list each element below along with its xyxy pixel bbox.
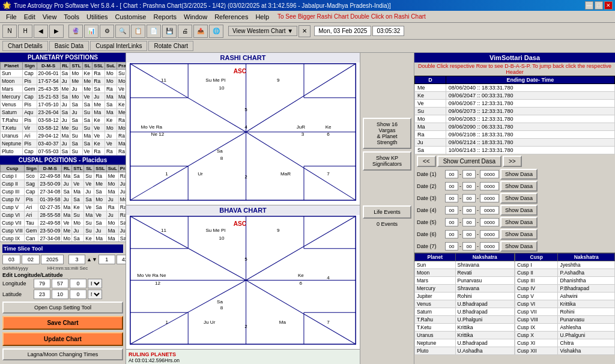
date-row-y[interactable] (480, 194, 499, 202)
show-dasa-button[interactable]: Show Dasa (500, 241, 538, 252)
toolbar-icon2[interactable]: 📊 (84, 25, 98, 38)
toolbar-icon1[interactable]: 🔮 (68, 25, 83, 38)
show-dasa-button[interactable]: Show Dasa (500, 169, 538, 180)
date-row-d[interactable] (445, 218, 458, 226)
latitude-deg[interactable] (34, 290, 50, 299)
date-input-row: Date (7) - - Show Dasa (414, 240, 615, 252)
maximize-button[interactable]: □ (595, 1, 603, 10)
toolbar-icon5[interactable]: 📋 (131, 25, 145, 38)
time-s-input[interactable] (117, 255, 126, 264)
longitude-dir[interactable]: EW (88, 279, 102, 288)
toolbar-icon4[interactable]: 🔍 (115, 25, 130, 38)
latitude-sec[interactable] (70, 290, 86, 299)
window-controls[interactable]: — □ ✕ (585, 1, 613, 10)
tab-cuspal-interlinks[interactable]: Cuspal InterLinks (90, 41, 147, 51)
show-vargas-button[interactable]: Show 16 Vargas& Planet Strength (363, 118, 411, 149)
toolbar-new[interactable]: N (2, 25, 17, 38)
date-row-d[interactable] (445, 194, 458, 202)
close-view-button[interactable]: ✕ (298, 25, 311, 37)
date-row-m[interactable] (462, 170, 476, 178)
date-row-y[interactable] (480, 218, 499, 226)
toolbar-icon8[interactable]: 🖨 (178, 25, 192, 38)
dasa-next-button[interactable]: >> (503, 156, 522, 167)
menu-help[interactable]: Help (252, 12, 273, 22)
menu-file[interactable]: File (2, 12, 20, 22)
minimize-button[interactable]: — (585, 1, 593, 10)
show-current-dasa-button[interactable]: Show Current Dasa (437, 156, 501, 167)
menu-window[interactable]: Window (180, 12, 211, 22)
tab-rotate-chart[interactable]: Rotate Chart (148, 41, 193, 51)
menu-references[interactable]: References (211, 12, 252, 22)
update-chart-button[interactable]: Update Chart (2, 332, 123, 346)
longitude-sec[interactable] (70, 279, 86, 288)
date-row-m[interactable] (462, 230, 476, 238)
date-row-y[interactable] (480, 230, 499, 238)
view-western-button[interactable]: View Western Chart ▼ (228, 26, 297, 36)
toolbar-icon10[interactable]: 🌐 (209, 25, 223, 38)
menu-utilities[interactable]: Utilities (83, 12, 111, 22)
date-row-m[interactable] (462, 194, 476, 202)
lagna-moon-button[interactable]: Lagna/Moon Changing Times (2, 348, 123, 360)
date-row-d[interactable] (445, 242, 458, 250)
show-dasa-button[interactable]: Show Dasa (500, 229, 538, 240)
date-row-d[interactable] (445, 206, 458, 214)
toolbar-home[interactable]: H (18, 25, 32, 38)
date-row-d[interactable] (445, 230, 458, 238)
date-row-m[interactable] (462, 206, 476, 214)
show-dasa-button[interactable]: Show Dasa (500, 181, 538, 192)
life-events-button[interactable]: Life Events (363, 205, 411, 219)
dasa-row[interactable]: Ke09/06/2047 :: 00:33:31.780 (415, 92, 615, 100)
date-day-input[interactable] (2, 255, 20, 264)
show-dasa-button[interactable]: Show Dasa (500, 217, 538, 228)
date-row-d[interactable] (445, 182, 458, 190)
toolbar-icon7[interactable]: 💾 (162, 25, 177, 38)
open-cusp-button[interactable]: Open Cusp Setting Tool (2, 302, 123, 314)
rashi-chart[interactable]: RASHI CHART (126, 53, 360, 205)
date-row-d[interactable] (445, 170, 458, 178)
dasa-row[interactable]: Ve09/06/2067 :: 12:33:31.780 (415, 100, 615, 108)
latitude-dir[interactable]: NS (88, 290, 102, 299)
show-dasa-button[interactable]: Show Dasa (500, 205, 538, 216)
dasa-row[interactable]: Su09/06/2073 :: 12:33:31.780 (415, 108, 615, 115)
toolbar-icon6[interactable]: 📄 (147, 25, 161, 38)
menu-customise[interactable]: Customise (112, 12, 150, 22)
date-row-y[interactable] (480, 170, 499, 178)
tab-basic-data[interactable]: Basic Data (49, 41, 89, 51)
menu-view[interactable]: View (39, 12, 61, 22)
dasa-row[interactable]: Sa10/06/2143 :: 12:33:31.780 (415, 147, 615, 154)
longitude-min[interactable] (52, 279, 68, 288)
date-row-m[interactable] (462, 242, 476, 250)
toolbar-right[interactable]: ▶ (49, 25, 64, 38)
tab-chart-details[interactable]: Chart Details (2, 41, 48, 51)
date-row-m[interactable] (462, 182, 476, 190)
longitude-deg[interactable] (34, 279, 50, 288)
dasa-row[interactable]: Ra09/06/2108 :: 18:33:31.780 (415, 131, 615, 139)
list-item: T.KetuKrittika (415, 324, 515, 332)
menu-reports[interactable]: Reports (150, 12, 180, 22)
date-row-y[interactable] (480, 182, 499, 190)
time-m-input[interactable] (98, 255, 115, 264)
date-row-y[interactable] (480, 242, 499, 250)
show-kp-button[interactable]: Show KPSignificators (363, 151, 411, 171)
save-chart-button[interactable]: Save Chart (2, 316, 123, 330)
date-year-input[interactable] (41, 255, 64, 264)
date-row-y[interactable] (480, 206, 499, 214)
dasa-row[interactable]: Mo09/06/2083 :: 12:33:31.780 (415, 115, 615, 123)
date-month-input[interactable] (22, 255, 40, 264)
dasa-row[interactable]: Ma09/06/2090 :: 06:33:31.780 (415, 123, 615, 131)
time-h-input[interactable] (68, 255, 85, 264)
bhava-chart[interactable]: BHAVA CHART (126, 205, 360, 348)
toolbar-left[interactable]: ◀ (34, 25, 48, 38)
dasa-row[interactable]: Me08/06/2040 :: 18:33:31.780 (415, 84, 615, 92)
toolbar-icon3[interactable]: ⚙ (100, 25, 114, 38)
date-row-label: Date (6) (417, 231, 444, 237)
menu-tools[interactable]: Tools (60, 12, 83, 22)
show-dasa-button[interactable]: Show Dasa (500, 193, 538, 204)
close-button[interactable]: ✕ (604, 1, 613, 10)
dasa-prev-button[interactable]: << (417, 156, 436, 167)
dasa-row[interactable]: Ju09/06/2124 :: 18:33:31.780 (415, 139, 615, 147)
date-row-m[interactable] (462, 218, 476, 226)
toolbar-icon9[interactable]: 📤 (193, 25, 208, 38)
menu-edit[interactable]: Edit (20, 12, 39, 22)
latitude-min[interactable] (52, 290, 68, 299)
